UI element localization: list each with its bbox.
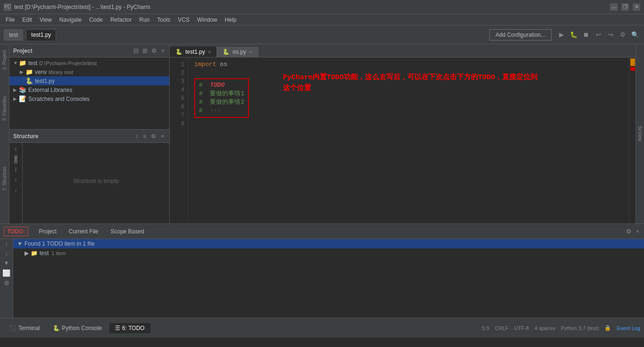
struct-tool5-icon[interactable]: ↓ bbox=[13, 186, 19, 195]
line-ending[interactable]: CRLF bbox=[495, 325, 509, 331]
settings-button[interactable]: ⚙ bbox=[618, 30, 628, 40]
terminal-tab[interactable]: ⬛ Terminal bbox=[4, 323, 45, 333]
debug-button[interactable]: 🐛 bbox=[569, 30, 579, 40]
structure-panel-header: Structure ↕ ≡ ⚙ × bbox=[9, 130, 169, 143]
event-log-link[interactable]: Event Log bbox=[617, 325, 640, 331]
tab-close-icon[interactable]: × bbox=[208, 49, 211, 55]
editor-tab-ospy[interactable]: 🐍 os.py × bbox=[217, 47, 258, 57]
maximize-button[interactable]: ❐ bbox=[621, 3, 629, 11]
file-tab[interactable]: test1.py bbox=[26, 29, 56, 41]
scview-strip: ScView bbox=[636, 44, 644, 223]
menu-window[interactable]: Window bbox=[193, 16, 221, 24]
code-editor[interactable]: 1 2 3 4 5 6 7 8 import os # TODO # 要做的事情… bbox=[170, 58, 636, 223]
python-version[interactable]: Python 3.7 (test) bbox=[561, 325, 599, 331]
todo-tool4-icon[interactable]: ⊞ bbox=[4, 280, 9, 286]
close-panel-icon[interactable]: × bbox=[160, 46, 165, 55]
struct-tool1-icon[interactable]: ↕ bbox=[13, 145, 19, 153]
folder-name: test bbox=[28, 60, 37, 66]
encoding[interactable]: UTF-8 bbox=[514, 325, 529, 331]
todo-tool1-icon[interactable]: ↕ bbox=[5, 241, 8, 248]
todo-tab-project[interactable]: Project bbox=[33, 226, 62, 237]
code-content[interactable]: import os # TODO # 要做的事情1 # 要做的事情2 # ···… bbox=[189, 58, 629, 223]
todo-tool3-icon[interactable]: ⬜ bbox=[2, 269, 10, 277]
settings-icon[interactable]: ⚙ bbox=[150, 46, 158, 55]
found-text: Found 1 TODO item in 1 file bbox=[25, 240, 95, 247]
favorites-sidebar-label[interactable]: 2: Favorites bbox=[1, 92, 8, 124]
python-file-icon: 🐍 bbox=[25, 77, 33, 84]
line-num-3: 3 bbox=[170, 77, 184, 86]
tree-item-test1py[interactable]: 🐍 test1.py bbox=[9, 76, 169, 85]
ext-lib-icon: 📚 bbox=[19, 86, 26, 93]
todo-folder-badge: 1 item bbox=[51, 250, 66, 256]
sort-icon[interactable]: ↕ bbox=[134, 132, 140, 140]
struct-close-icon[interactable]: × bbox=[159, 132, 165, 140]
todo-label: TODO: bbox=[4, 227, 28, 236]
minimize-button[interactable]: — bbox=[610, 3, 618, 11]
struct-tool3-icon[interactable]: i bbox=[14, 165, 18, 174]
tree-item-external-libraries[interactable]: ▶ 📚 External Libraries bbox=[9, 85, 169, 94]
line-num-2: 2 bbox=[170, 69, 184, 77]
menu-file[interactable]: File bbox=[2, 16, 18, 24]
structure-body: Structure is empty bbox=[23, 143, 169, 219]
todo-content: ▼ Found 1 TODO item in 1 file ▶ 📁 test 1… bbox=[13, 239, 644, 318]
cursor-position[interactable]: 5:9 bbox=[482, 325, 489, 331]
todo-settings-icon[interactable]: ⚙ bbox=[625, 227, 633, 236]
structure-toolbar: ↕ ≡ ⚙ × bbox=[134, 132, 165, 140]
menu-bar: File Edit View Navigate Code Refactor Ru… bbox=[0, 14, 644, 25]
step-button[interactable]: ↪ bbox=[605, 30, 616, 40]
stop-button[interactable]: ⏹ bbox=[581, 30, 591, 40]
todo-filter-icon[interactable]: ▼ bbox=[4, 260, 9, 266]
project-tab[interactable]: test bbox=[4, 29, 23, 41]
main-content: 1: Project 2: Favorites 7: Structure Pro… bbox=[0, 44, 644, 223]
todo-tab-scope-based[interactable]: Scope Based bbox=[105, 226, 150, 237]
terminal-label: Terminal bbox=[18, 325, 40, 331]
menu-refactor[interactable]: Refactor bbox=[107, 16, 135, 24]
todo-tool2-icon[interactable]: ↓ bbox=[5, 250, 8, 257]
rerun-button[interactable]: ↩ bbox=[593, 30, 603, 40]
todo-bottom-tab[interactable]: ☰ 6: TODO bbox=[109, 323, 150, 333]
struct-tool4-icon[interactable]: ↑ bbox=[13, 176, 19, 184]
struct-settings-icon[interactable]: ⚙ bbox=[149, 132, 157, 140]
python-console-tab[interactable]: 🐍 Python Console bbox=[47, 323, 107, 333]
menu-edit[interactable]: Edit bbox=[18, 16, 36, 24]
run-button[interactable]: ▶ bbox=[556, 30, 567, 40]
code-line-6: # ··· bbox=[199, 107, 244, 115]
filter-icon[interactable]: ≡ bbox=[141, 132, 148, 140]
structure-title: Structure bbox=[13, 133, 38, 140]
todo-found-row[interactable]: ▼ Found 1 TODO item in 1 file bbox=[13, 239, 644, 248]
bottom-tabs: ⬛ Terminal 🐍 Python Console ☰ 6: TODO bbox=[4, 323, 150, 333]
tree-item-test-folder[interactable]: ▼ 📁 test D:\Pycharm-Projects\test bbox=[9, 58, 169, 67]
todo-test-folder-row[interactable]: ▶ 📁 test 1 item bbox=[13, 248, 644, 258]
editor-tab-test1py[interactable]: 🐍 test1.py × bbox=[170, 47, 217, 57]
folder-right-arrow-icon: ▶ bbox=[25, 250, 29, 256]
toolbar: test test1.py Add Configuration... ▶ 🐛 ⏹… bbox=[0, 25, 644, 44]
close-button[interactable]: ✕ bbox=[633, 3, 640, 11]
project-sidebar-label[interactable]: 1: Project bbox=[1, 46, 8, 74]
annotation-line-2: 这个位置 bbox=[283, 83, 537, 94]
todo-highlight-box: # TODO # 要做的事情1 # 要做的事情2 # ··· bbox=[194, 78, 249, 118]
tab-os-close-icon[interactable]: × bbox=[249, 49, 252, 55]
menu-vcs[interactable]: VCS bbox=[174, 16, 193, 24]
search-everywhere-button[interactable]: 🔍 bbox=[630, 30, 640, 40]
line-num-6: 6 bbox=[170, 103, 184, 111]
menu-navigate[interactable]: Navigate bbox=[56, 16, 85, 24]
structure-sidebar-label[interactable]: 7: Structure bbox=[1, 163, 8, 195]
tree-item-venv[interactable]: ▶ 📁 venv library root bbox=[9, 67, 169, 76]
toolbar-run-icons: ▶ 🐛 ⏹ ↩ ↪ ⚙ 🔍 bbox=[556, 30, 640, 40]
line-numbers: 1 2 3 4 5 6 7 8 bbox=[170, 58, 189, 223]
title-left: PC test [D:\Pycharm-Projects\test] - ...… bbox=[4, 3, 150, 11]
menu-tools[interactable]: Tools bbox=[153, 16, 174, 24]
expand-all-icon[interactable]: ⊞ bbox=[141, 46, 149, 55]
add-configuration-button[interactable]: Add Configuration... bbox=[489, 29, 552, 41]
menu-help[interactable]: Help bbox=[221, 16, 240, 24]
indent-setting[interactable]: 4 spaces bbox=[535, 325, 555, 331]
venv-folder-icon: 📁 bbox=[25, 68, 33, 75]
menu-code[interactable]: Code bbox=[85, 16, 107, 24]
todo-close-icon[interactable]: × bbox=[635, 227, 640, 236]
menu-run[interactable]: Run bbox=[135, 16, 153, 24]
collapse-all-icon[interactable]: ⊟ bbox=[132, 46, 140, 55]
menu-view[interactable]: View bbox=[36, 16, 56, 24]
struct-tool2-icon[interactable]: f bbox=[14, 155, 17, 164]
todo-tab-current-file[interactable]: Current File bbox=[63, 226, 104, 237]
tree-item-scratches[interactable]: ▶ 📝 Scratches and Consoles bbox=[9, 94, 169, 103]
